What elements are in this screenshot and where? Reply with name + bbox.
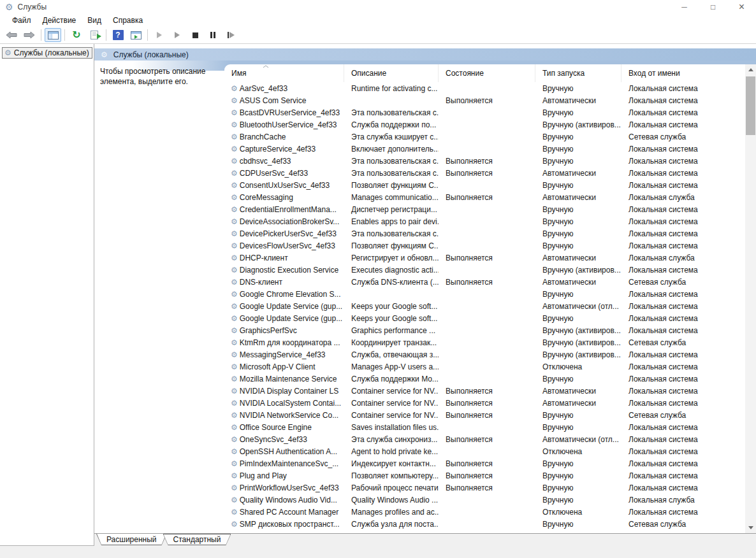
- service-description-cell: Quality Windows Audio ...: [344, 496, 439, 504]
- table-row[interactable]: ⚙CredentialEnrollmentMana...Диспетчер ре…: [224, 203, 756, 215]
- service-login-cell: Локальная система: [622, 447, 756, 456]
- service-gear-icon: ⚙: [231, 496, 238, 504]
- table-row[interactable]: ⚙Office Source EngineSaves installation …: [224, 421, 756, 433]
- show-console-tree-button[interactable]: [45, 28, 61, 42]
- column-header-status[interactable]: Состояние: [439, 64, 535, 82]
- back-button[interactable]: [3, 28, 20, 42]
- table-row[interactable]: ⚙GraphicsPerfSvcGraphics performance ...…: [224, 324, 756, 336]
- service-name: OneSyncSvc_4ef33: [240, 435, 307, 444]
- service-name-cell: ⚙BcastDVRUserService_4ef33: [224, 108, 344, 117]
- service-status-cell: Выполняется: [439, 399, 535, 408]
- service-login-cell: Локальная система: [622, 362, 756, 371]
- service-name: Diagnostic Execution Service: [240, 266, 338, 275]
- service-startup-type-cell: Автоматически: [535, 387, 622, 396]
- service-login-cell: Сетевая служба: [622, 278, 756, 287]
- service-description-cell: Координирует транзак...: [344, 338, 439, 347]
- table-row[interactable]: ⚙DHCP-клиентРегистрирует и обновл...Выпо…: [224, 252, 756, 264]
- console-tree-icon: [48, 31, 59, 39]
- table-row[interactable]: ⚙OpenSSH Authentication A...Agent to hol…: [224, 445, 756, 457]
- service-login-cell: Локальная служба: [622, 496, 756, 504]
- service-name-cell: ⚙SMP дисковых пространст...: [224, 520, 344, 529]
- table-row[interactable]: ⚙PimIndexMaintenanceSvc_...Индексирует к…: [224, 457, 756, 469]
- service-startup-type-cell: Автоматически: [535, 169, 622, 178]
- export-list-button[interactable]: [86, 28, 103, 42]
- help-icon: ?: [113, 30, 124, 40]
- menu-file[interactable]: Файл: [6, 15, 37, 26]
- content-body: Чтобы просмотреть описание элемента, выд…: [94, 61, 756, 533]
- table-row[interactable]: ⚙CaptureService_4ef33Включает дополнител…: [224, 143, 756, 155]
- table-row[interactable]: ⚙Google Update Service (gup...Keeps your…: [224, 300, 756, 312]
- pause-service-button[interactable]: [205, 28, 221, 42]
- table-row[interactable]: ⚙ConsentUxUserSvc_4ef33Позволяет функция…: [224, 179, 756, 191]
- table-row[interactable]: ⚙NVIDIA LocalSystem Contai...Container s…: [224, 397, 756, 409]
- column-header-name[interactable]: Имя: [224, 64, 344, 82]
- menu-action[interactable]: Действие: [37, 15, 82, 26]
- view-tabs: Расширенный Стандартный: [94, 533, 756, 546]
- table-row[interactable]: ⚙Mozilla Maintenance ServiceСлужба подде…: [224, 373, 756, 385]
- table-row[interactable]: ⚙Diagnostic Execution ServiceExecutes di…: [224, 264, 756, 276]
- table-row[interactable]: ⚙Google Update Service (gup...Keeps your…: [224, 312, 756, 324]
- service-description-cell: Диспетчер регистраци...: [344, 205, 439, 214]
- table-row[interactable]: ⚙MessagingService_4ef33Служба, отвечающа…: [224, 348, 756, 361]
- table-row[interactable]: ⚙DevicesFlowUserSvc_4ef33Позволяет функц…: [224, 240, 756, 252]
- scroll-down-button[interactable]: [745, 522, 756, 533]
- table-row[interactable]: ⚙OneSyncSvc_4ef33Эта служба синхрониз...…: [224, 433, 756, 445]
- table-row[interactable]: ⚙CoreMessagingManages communicatio...Вып…: [224, 191, 756, 203]
- service-name: KtmRm для координатора ...: [240, 338, 340, 347]
- service-startup-type-cell: Автоматически: [535, 399, 622, 408]
- table-row[interactable]: ⚙Plug and PlayПозволяет компьютеру...Вып…: [224, 469, 756, 482]
- table-row[interactable]: ⚙KtmRm для координатора ...Координирует …: [224, 336, 756, 348]
- table-row[interactable]: ⚙AarSvc_4ef33Runtime for activating c...…: [224, 82, 756, 94]
- table-row[interactable]: ⚙BranchCacheЭта служба кэширует с...Вруч…: [224, 131, 756, 143]
- service-name: BluetoothUserService_4ef33: [240, 120, 337, 129]
- table-row[interactable]: ⚙Shared PC Account ManagerManages profil…: [224, 506, 756, 518]
- refresh-button[interactable]: ↻: [68, 28, 85, 42]
- menu-view[interactable]: Вид: [82, 15, 107, 26]
- table-row[interactable]: ⚙Quality Windows Audio Vid...Quality Win…: [224, 494, 756, 506]
- help-button[interactable]: ?: [110, 28, 126, 42]
- table-row[interactable]: ⚙BcastDVRUserService_4ef33Эта пользовате…: [224, 106, 756, 118]
- service-description-cell: Enables apps to pair devi...: [344, 217, 439, 226]
- show-properties-window-button[interactable]: [127, 28, 144, 42]
- service-startup-type-cell: Автоматически (отл...: [535, 435, 622, 444]
- service-startup-type-cell: Вручную: [535, 241, 622, 250]
- maximize-button[interactable]: □: [699, 0, 727, 14]
- column-header-login-as[interactable]: Вход от имени: [622, 64, 745, 82]
- close-button[interactable]: ×: [727, 0, 756, 14]
- menu-help[interactable]: Справка: [107, 15, 149, 26]
- service-gear-icon: ⚙: [231, 424, 238, 431]
- start-service-button[interactable]: [151, 28, 168, 42]
- toolbar: ↻ ?: [0, 27, 756, 44]
- table-row[interactable]: ⚙DeviceAssociationBrokerSv...Enables app…: [224, 215, 756, 227]
- table-row[interactable]: ⚙NVIDIA Display Container LSContainer se…: [224, 385, 756, 397]
- tree-item-services-local[interactable]: ⚙ Службы (локальные): [2, 47, 92, 59]
- service-name-cell: ⚙PrintWorkflowUserSvc_4ef33: [224, 483, 344, 492]
- service-gear-icon: ⚙: [231, 387, 238, 395]
- table-row[interactable]: ⚙ASUS Com ServiceВыполняетсяАвтоматическ…: [224, 94, 756, 106]
- table-row[interactable]: ⚙Google Chrome Elevation S...ВручнуюЛока…: [224, 288, 756, 300]
- resume-service-button[interactable]: [169, 28, 185, 42]
- tab-standard[interactable]: Стандартный: [163, 534, 231, 545]
- service-description-cell: Эта служба кэширует с...: [344, 132, 439, 141]
- scrollbar-thumb[interactable]: [746, 76, 755, 135]
- table-row[interactable]: ⚙BluetoothUserService_4ef33Служба поддер…: [224, 118, 756, 131]
- table-row[interactable]: ⚙PrintWorkflowUserSvc_4ef33Рабочий проце…: [224, 482, 756, 494]
- minimize-button[interactable]: ─: [670, 0, 699, 14]
- table-row[interactable]: ⚙DNS-клиентСлужба DNS-клиента (...Выполн…: [224, 276, 756, 288]
- table-row[interactable]: ⚙SMP дисковых пространст...Служба узла д…: [224, 518, 756, 530]
- table-row[interactable]: ⚙Microsoft App-V ClientManages App-V use…: [224, 361, 756, 373]
- scroll-up-button[interactable]: [745, 64, 756, 75]
- vertical-scrollbar[interactable]: [745, 64, 756, 533]
- column-header-description[interactable]: Описание: [344, 64, 439, 82]
- column-header-startup-type[interactable]: Тип запуска: [535, 64, 622, 82]
- service-login-cell: Сетевая служба: [622, 338, 756, 347]
- table-row[interactable]: ⚙CDPUserSvc_4ef33Эта пользовательская с.…: [224, 167, 756, 179]
- stop-service-button[interactable]: [187, 28, 203, 42]
- table-row[interactable]: ⚙DevicePickerUserSvc_4ef33Эта пользовате…: [224, 227, 756, 240]
- forward-button[interactable]: [21, 28, 38, 42]
- tab-extended[interactable]: Расширенный: [96, 534, 167, 545]
- restart-service-button[interactable]: [222, 28, 239, 42]
- table-row[interactable]: ⚙NVIDIA NetworkService Co...Container se…: [224, 409, 756, 421]
- table-row[interactable]: ⚙cbdhsvc_4ef33Эта пользовательская с...В…: [224, 155, 756, 167]
- service-description-cell: Runtime for activating c...: [344, 84, 439, 93]
